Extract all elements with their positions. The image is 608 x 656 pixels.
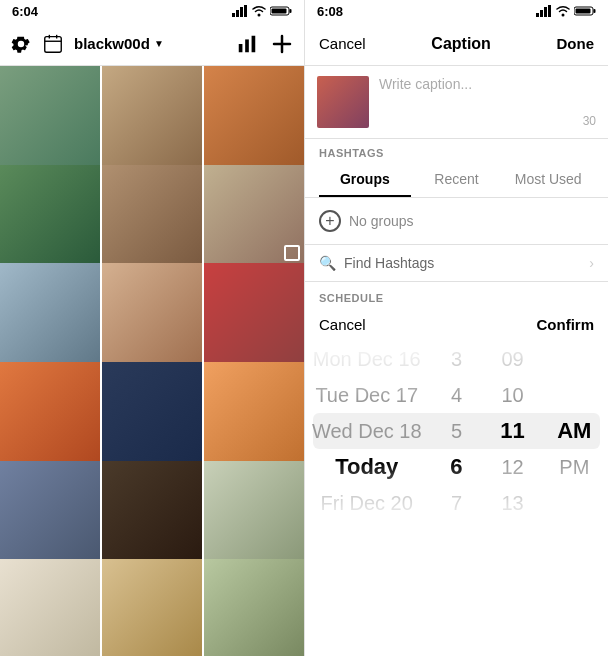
left-toolbar-left: blackw00d ▼	[10, 33, 164, 55]
svg-rect-13	[245, 39, 249, 52]
add-icon[interactable]	[270, 32, 294, 56]
picker-date-item[interactable]: Fri Dec 20	[312, 485, 422, 521]
photo-cell[interactable]	[204, 559, 304, 656]
account-name: blackw00d	[74, 35, 150, 52]
svg-rect-0	[232, 13, 235, 17]
schedule-cancel-button[interactable]: Cancel	[319, 316, 366, 333]
svg-rect-18	[540, 10, 543, 17]
photo-cell[interactable]	[204, 66, 304, 166]
right-panel: 6:08 Cancel Caption Done	[304, 0, 608, 656]
photo-cell[interactable]	[102, 362, 202, 462]
picker-ampm-column[interactable]: AM PM	[541, 341, 608, 521]
picker-minute-column[interactable]: 09 10 11 12 13 14	[485, 341, 541, 521]
svg-rect-20	[548, 5, 551, 17]
wifi-icon	[252, 5, 266, 17]
signal-icon	[536, 5, 552, 17]
date-time-picker[interactable]: Mon Dec 16 Tue Dec 17 Wed Dec 18 Today F…	[305, 341, 608, 521]
photo-cell[interactable]	[102, 559, 202, 656]
svg-rect-24	[576, 9, 591, 14]
tab-most-used[interactable]: Most Used	[502, 163, 594, 197]
tab-groups[interactable]: Groups	[319, 163, 411, 197]
left-toolbar: blackw00d ▼	[0, 22, 304, 66]
right-status-bar: 6:08	[305, 0, 608, 22]
picker-hour-item[interactable]: 3	[450, 341, 462, 377]
right-time: 6:08	[317, 4, 343, 19]
picker-minute-item[interactable]: 10	[500, 377, 524, 413]
signal-icon	[232, 5, 248, 17]
photo-cell[interactable]	[204, 362, 304, 462]
picker-ampm-item[interactable]: PM	[557, 449, 591, 485]
photo-cell[interactable]	[0, 362, 100, 462]
caption-input-area: Write caption... 30	[379, 76, 596, 128]
picker-date-item[interactable]: Mon Dec 16	[312, 341, 422, 377]
schedule-section-header: SCHEDULE	[305, 282, 608, 308]
photo-cell[interactable]	[0, 461, 100, 561]
photo-cell[interactable]	[102, 461, 202, 561]
settings-icon[interactable]	[10, 33, 32, 55]
picker-date-item-selected[interactable]: Today	[312, 449, 422, 485]
svg-rect-23	[594, 9, 596, 13]
caption-cancel-button[interactable]: Cancel	[319, 35, 366, 52]
photo-cell[interactable]	[0, 66, 100, 166]
right-status-icons	[536, 5, 596, 17]
chevron-down-icon: ▼	[154, 38, 164, 49]
picker-date-column[interactable]: Mon Dec 16 Tue Dec 17 Wed Dec 18 Today F…	[305, 341, 428, 521]
calendar-icon[interactable]	[42, 33, 64, 55]
tab-recent[interactable]: Recent	[411, 163, 503, 197]
photo-cell[interactable]	[102, 165, 202, 265]
picker-minute-item[interactable]: 13	[500, 485, 524, 521]
caption-top-bar: Cancel Caption Done	[305, 22, 608, 66]
caption-thumbnail	[317, 76, 369, 128]
photo-cell[interactable]	[204, 461, 304, 561]
left-status-bar: 6:04	[0, 0, 304, 22]
photo-cell[interactable]	[0, 263, 100, 363]
photo-cell[interactable]	[102, 263, 202, 363]
svg-point-4	[258, 14, 261, 17]
multi-select-icon	[284, 245, 300, 261]
chevron-right-icon: ›	[589, 255, 594, 271]
photo-cell[interactable]	[102, 66, 202, 166]
svg-rect-1	[236, 10, 239, 17]
find-hashtags-text: Find Hashtags	[344, 255, 589, 271]
schedule-confirm-button[interactable]: Confirm	[537, 316, 595, 333]
svg-rect-6	[290, 9, 292, 13]
caption-title: Caption	[431, 35, 491, 53]
account-selector[interactable]: blackw00d ▼	[74, 35, 164, 52]
left-toolbar-right	[236, 32, 294, 56]
svg-rect-14	[252, 35, 256, 52]
picker-date-item[interactable]: Tue Dec 17	[312, 377, 422, 413]
picker-hour-column[interactable]: 3 4 5 6 7 8 9	[428, 341, 484, 521]
caption-area: Write caption... 30	[305, 66, 608, 138]
battery-icon	[574, 5, 596, 17]
caption-done-button[interactable]: Done	[557, 35, 595, 52]
no-groups-text: No groups	[349, 213, 414, 229]
photo-cell[interactable]	[204, 165, 304, 265]
svg-rect-17	[536, 13, 539, 17]
left-status-icons	[232, 5, 292, 17]
wifi-icon	[556, 5, 570, 17]
caption-placeholder[interactable]: Write caption...	[379, 76, 596, 114]
photo-cell[interactable]	[204, 263, 304, 363]
chart-icon[interactable]	[236, 33, 258, 55]
picker-minute-item[interactable]: 12	[500, 449, 524, 485]
hashtags-section-header: HASHTAGS	[305, 139, 608, 163]
battery-icon	[270, 5, 292, 17]
svg-rect-2	[240, 7, 243, 17]
char-count: 30	[379, 114, 596, 128]
photo-grid	[0, 66, 304, 656]
search-icon: 🔍	[319, 255, 336, 271]
hashtag-tabs: Groups Recent Most Used	[305, 163, 608, 198]
find-hashtags-row[interactable]: 🔍 Find Hashtags ›	[305, 244, 608, 282]
picker-hour-item[interactable]: 5	[450, 413, 462, 449]
photo-cell[interactable]	[0, 559, 100, 656]
picker-ampm-item-selected[interactable]: AM	[557, 413, 591, 449]
picker-date-item[interactable]: Wed Dec 18	[312, 413, 422, 449]
picker-hour-item[interactable]: 4	[450, 377, 462, 413]
photo-cell[interactable]	[0, 165, 100, 265]
picker-hour-item[interactable]: 7	[450, 485, 462, 521]
add-group-button[interactable]: +	[319, 210, 341, 232]
picker-minute-item[interactable]: 09	[500, 341, 524, 377]
schedule-actions: Cancel Confirm	[305, 308, 608, 341]
picker-minute-item-selected[interactable]: 11	[500, 413, 524, 449]
picker-hour-item-selected[interactable]: 6	[450, 449, 462, 485]
